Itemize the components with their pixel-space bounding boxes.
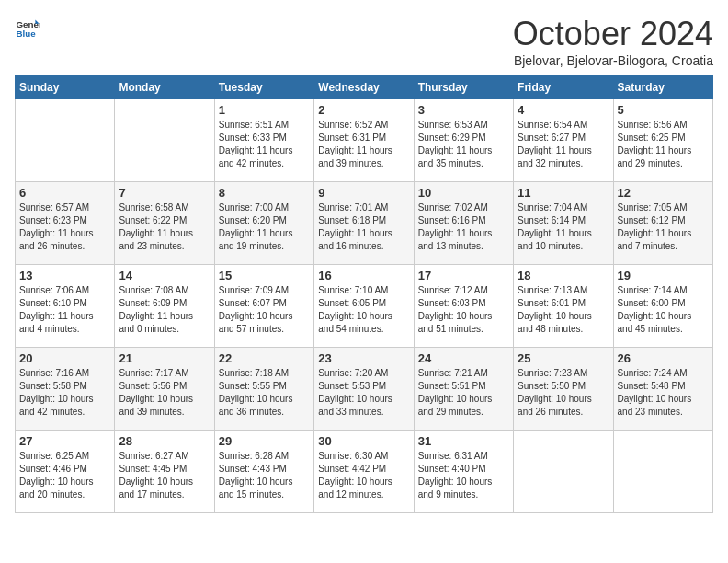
calendar-cell: 25 Sunrise: 7:23 AM Sunset: 5:50 PM Dayl… — [514, 348, 613, 431]
svg-text:Blue: Blue — [16, 29, 36, 39]
day-number: 2 — [318, 103, 409, 117]
day-number: 8 — [219, 186, 310, 200]
calendar-cell: 16 Sunrise: 7:10 AM Sunset: 6:05 PM Dayl… — [314, 265, 414, 348]
day-info: Sunrise: 7:20 AM Sunset: 5:53 PM Dayligh… — [318, 367, 409, 419]
calendar-cell: 24 Sunrise: 7:21 AM Sunset: 5:51 PM Dayl… — [414, 348, 513, 431]
header-saturday: Saturday — [613, 76, 712, 99]
calendar-cell: 12 Sunrise: 7:05 AM Sunset: 6:12 PM Dayl… — [613, 182, 712, 265]
day-number: 26 — [618, 351, 709, 365]
week-row-5: 27 Sunrise: 6:25 AM Sunset: 4:46 PM Dayl… — [16, 431, 713, 513]
calendar-cell: 7 Sunrise: 6:58 AM Sunset: 6:22 PM Dayli… — [115, 182, 214, 265]
calendar-cell: 30 Sunrise: 6:30 AM Sunset: 4:42 PM Dayl… — [314, 431, 414, 513]
day-number: 15 — [219, 269, 310, 282]
day-number: 25 — [518, 351, 609, 365]
day-info: Sunrise: 6:31 AM Sunset: 4:40 PM Dayligh… — [418, 450, 509, 501]
day-info: Sunrise: 6:53 AM Sunset: 6:29 PM Dayligh… — [418, 119, 509, 170]
calendar-cell: 26 Sunrise: 7:24 AM Sunset: 5:48 PM Dayl… — [613, 348, 712, 431]
day-info: Sunrise: 7:06 AM Sunset: 6:10 PM Dayligh… — [19, 284, 110, 336]
day-number: 3 — [418, 103, 509, 117]
calendar-cell: 22 Sunrise: 7:18 AM Sunset: 5:55 PM Dayl… — [214, 348, 313, 431]
day-number: 30 — [318, 434, 409, 448]
day-number: 4 — [518, 103, 609, 117]
calendar-cell: 9 Sunrise: 7:01 AM Sunset: 6:18 PM Dayli… — [314, 182, 414, 265]
day-info: Sunrise: 6:57 AM Sunset: 6:23 PM Dayligh… — [19, 201, 110, 253]
week-row-2: 6 Sunrise: 6:57 AM Sunset: 6:23 PM Dayli… — [16, 182, 713, 265]
calendar-cell: 20 Sunrise: 7:16 AM Sunset: 5:58 PM Dayl… — [16, 348, 115, 431]
day-info: Sunrise: 6:28 AM Sunset: 4:43 PM Dayligh… — [219, 450, 310, 501]
day-number: 14 — [119, 269, 210, 282]
day-info: Sunrise: 7:08 AM Sunset: 6:09 PM Dayligh… — [119, 284, 210, 336]
day-number: 19 — [618, 269, 709, 282]
day-info: Sunrise: 7:13 AM Sunset: 6:01 PM Dayligh… — [518, 284, 609, 336]
day-info: Sunrise: 6:25 AM Sunset: 4:46 PM Dayligh… — [19, 450, 110, 501]
week-row-3: 13 Sunrise: 7:06 AM Sunset: 6:10 PM Dayl… — [16, 265, 713, 348]
logo-icon: General Blue — [15, 15, 40, 40]
calendar-cell: 21 Sunrise: 7:17 AM Sunset: 5:56 PM Dayl… — [115, 348, 214, 431]
day-number: 17 — [418, 269, 509, 282]
day-number: 24 — [418, 351, 509, 365]
day-info: Sunrise: 7:17 AM Sunset: 5:56 PM Dayligh… — [119, 367, 210, 419]
day-number: 21 — [119, 351, 210, 365]
calendar-cell: 31 Sunrise: 6:31 AM Sunset: 4:40 PM Dayl… — [414, 431, 513, 513]
header-friday: Friday — [514, 76, 613, 99]
calendar-cell — [613, 431, 712, 513]
day-number: 28 — [119, 434, 210, 448]
header-tuesday: Tuesday — [214, 76, 313, 99]
day-number: 20 — [19, 351, 110, 365]
calendar-cell: 3 Sunrise: 6:53 AM Sunset: 6:29 PM Dayli… — [414, 99, 513, 182]
day-number: 11 — [518, 186, 609, 200]
day-info: Sunrise: 6:56 AM Sunset: 6:25 PM Dayligh… — [618, 119, 709, 170]
header-monday: Monday — [115, 76, 214, 99]
week-row-4: 20 Sunrise: 7:16 AM Sunset: 5:58 PM Dayl… — [16, 348, 713, 431]
day-number: 23 — [318, 351, 409, 365]
day-info: Sunrise: 7:00 AM Sunset: 6:20 PM Dayligh… — [219, 201, 310, 253]
calendar-cell: 15 Sunrise: 7:09 AM Sunset: 6:07 PM Dayl… — [214, 265, 313, 348]
calendar-cell: 18 Sunrise: 7:13 AM Sunset: 6:01 PM Dayl… — [514, 265, 613, 348]
day-info: Sunrise: 7:24 AM Sunset: 5:48 PM Dayligh… — [618, 367, 709, 419]
day-number: 16 — [318, 269, 409, 282]
title-section: October 2024 Bjelovar, Bjelovar-Bilogora… — [513, 15, 713, 68]
day-number: 1 — [219, 103, 310, 117]
day-number: 9 — [318, 186, 409, 200]
calendar-cell — [514, 431, 613, 513]
day-info: Sunrise: 7:23 AM Sunset: 5:50 PM Dayligh… — [518, 367, 609, 419]
calendar-cell: 6 Sunrise: 6:57 AM Sunset: 6:23 PM Dayli… — [16, 182, 115, 265]
calendar-cell: 17 Sunrise: 7:12 AM Sunset: 6:03 PM Dayl… — [414, 265, 513, 348]
day-info: Sunrise: 7:21 AM Sunset: 5:51 PM Dayligh… — [418, 367, 509, 419]
calendar-cell: 14 Sunrise: 7:08 AM Sunset: 6:09 PM Dayl… — [115, 265, 214, 348]
day-info: Sunrise: 6:58 AM Sunset: 6:22 PM Dayligh… — [119, 201, 210, 253]
weekday-header-row: Sunday Monday Tuesday Wednesday Thursday… — [16, 76, 713, 99]
day-info: Sunrise: 7:04 AM Sunset: 6:14 PM Dayligh… — [518, 201, 609, 253]
calendar-cell: 10 Sunrise: 7:02 AM Sunset: 6:16 PM Dayl… — [414, 182, 513, 265]
day-info: Sunrise: 6:54 AM Sunset: 6:27 PM Dayligh… — [518, 119, 609, 170]
day-number: 22 — [219, 351, 310, 365]
calendar-cell: 28 Sunrise: 6:27 AM Sunset: 4:45 PM Dayl… — [115, 431, 214, 513]
logo: General Blue — [15, 15, 40, 40]
day-info: Sunrise: 7:12 AM Sunset: 6:03 PM Dayligh… — [418, 284, 509, 336]
day-number: 12 — [618, 186, 709, 200]
header-wednesday: Wednesday — [314, 76, 414, 99]
day-info: Sunrise: 6:52 AM Sunset: 6:31 PM Dayligh… — [318, 119, 409, 170]
calendar-cell: 27 Sunrise: 6:25 AM Sunset: 4:46 PM Dayl… — [16, 431, 115, 513]
page-header: General Blue October 2024 Bjelovar, Bjel… — [15, 15, 713, 68]
calendar-title: October 2024 — [513, 15, 713, 53]
day-info: Sunrise: 7:02 AM Sunset: 6:16 PM Dayligh… — [418, 201, 509, 253]
day-number: 6 — [19, 186, 110, 200]
day-info: Sunrise: 7:09 AM Sunset: 6:07 PM Dayligh… — [219, 284, 310, 336]
week-row-1: 1 Sunrise: 6:51 AM Sunset: 6:33 PM Dayli… — [16, 99, 713, 182]
calendar-cell: 5 Sunrise: 6:56 AM Sunset: 6:25 PM Dayli… — [613, 99, 712, 182]
day-info: Sunrise: 6:30 AM Sunset: 4:42 PM Dayligh… — [318, 450, 409, 501]
header-sunday: Sunday — [16, 76, 115, 99]
calendar-subtitle: Bjelovar, Bjelovar-Bilogora, Croatia — [513, 53, 713, 68]
day-number: 18 — [518, 269, 609, 282]
day-info: Sunrise: 6:51 AM Sunset: 6:33 PM Dayligh… — [219, 119, 310, 170]
day-info: Sunrise: 7:05 AM Sunset: 6:12 PM Dayligh… — [618, 201, 709, 253]
calendar-table: Sunday Monday Tuesday Wednesday Thursday… — [15, 75, 713, 513]
day-number: 27 — [19, 434, 110, 448]
header-thursday: Thursday — [414, 76, 513, 99]
calendar-cell: 8 Sunrise: 7:00 AM Sunset: 6:20 PM Dayli… — [214, 182, 313, 265]
day-info: Sunrise: 7:18 AM Sunset: 5:55 PM Dayligh… — [219, 367, 310, 419]
day-number: 29 — [219, 434, 310, 448]
day-number: 5 — [618, 103, 709, 117]
day-info: Sunrise: 7:14 AM Sunset: 6:00 PM Dayligh… — [618, 284, 709, 336]
